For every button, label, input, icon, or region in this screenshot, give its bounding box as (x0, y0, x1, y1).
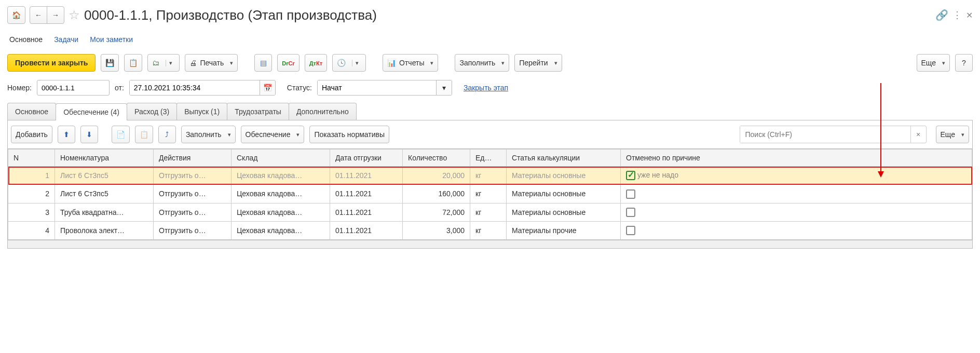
doc-structure-button[interactable]: ▤ (254, 54, 272, 72)
favorite-star-icon[interactable]: ☆ (69, 8, 80, 22)
sub-supply-dropdown[interactable]: Обеспечение (241, 126, 305, 143)
close-stage-link[interactable]: Закрыть этап (464, 84, 508, 92)
th-unit[interactable]: Ед… (470, 150, 507, 167)
calendar-button[interactable]: 📅 (260, 80, 275, 95)
table-row[interactable]: 4Проволока элект…Отгрузить о…Цеховая кла… (8, 221, 972, 239)
post-and-close-button[interactable]: Провести и закрыть (7, 54, 96, 72)
checkbox-icon[interactable] (626, 226, 635, 235)
cell-actions: Отгрузить о… (154, 167, 232, 185)
table-row[interactable]: 2Лист 6 Ст3пс5Отгрузить о…Цеховая кладов… (8, 185, 972, 203)
tab-output[interactable]: Выпуск (1) (176, 103, 227, 120)
search-clear-button[interactable]: × (910, 126, 926, 143)
cell-unit: кг (470, 185, 507, 203)
clear-icon: × (916, 130, 920, 139)
status-select[interactable] (318, 80, 436, 95)
cell-qty: 3,000 (403, 221, 470, 239)
dtkt-button[interactable]: ДтКт (305, 54, 327, 72)
cell-unit: кг (470, 203, 507, 221)
home-icon: 🏠 (12, 11, 21, 19)
cancel-reason: уже не надо (637, 171, 678, 179)
nav-notes[interactable]: Мои заметки (90, 35, 133, 44)
cell-n: 4 (8, 221, 55, 239)
number-input[interactable] (37, 80, 110, 96)
nav-back-button[interactable]: ← (30, 6, 47, 24)
cell-cancelled[interactable] (621, 203, 972, 221)
nav-forward-button[interactable]: → (47, 6, 64, 24)
cell-cancelled[interactable] (621, 185, 972, 203)
arrow-down-icon: ⬇ (86, 130, 92, 139)
cell-nomenclature: Лист 6 Ст3пс5 (55, 185, 154, 203)
cell-n: 3 (8, 203, 55, 221)
home-button[interactable]: 🏠 (7, 6, 25, 24)
post-button[interactable]: 📋 (124, 54, 142, 72)
cell-cancelled[interactable] (621, 221, 972, 239)
number-label: Номер: (7, 84, 32, 92)
show-norms-button[interactable]: Показать нормативы (309, 126, 389, 143)
th-qty[interactable]: Количество (403, 150, 470, 167)
move-down-button[interactable]: ⬇ (80, 126, 98, 143)
reports-icon: 📊 (387, 59, 396, 67)
save-button[interactable]: 💾 (101, 54, 119, 72)
calendar-icon: 📅 (263, 84, 272, 92)
nav-main[interactable]: Основное (9, 35, 43, 44)
th-cancelled[interactable]: Отменено по причине (621, 150, 972, 167)
reports-dropdown[interactable]: 📊Отчеты (383, 54, 438, 72)
cell-nomenclature: Лист 6 Ст3пс5 (55, 167, 154, 185)
fill-dropdown[interactable]: Заполнить (455, 54, 509, 72)
th-n[interactable]: N (8, 150, 55, 167)
kebab-icon: ⋮ (952, 10, 962, 20)
dtkt-icon: ДтКт (309, 59, 322, 67)
th-article[interactable]: Статья калькуляции (507, 150, 621, 167)
tab-additional[interactable]: Дополнительно (289, 103, 357, 120)
sub-fill-dropdown[interactable]: Заполнить (181, 126, 236, 143)
th-warehouse[interactable]: Склад (232, 150, 330, 167)
th-ship-date[interactable]: Дата отгрузки (330, 150, 403, 167)
cell-article: Материалы прочие (507, 221, 621, 239)
checkbox-icon[interactable] (626, 171, 635, 180)
cell-n: 2 (8, 185, 55, 203)
table-header-row: N Номенклатура Действия Склад Дата отгру… (8, 150, 972, 167)
date-input[interactable] (130, 80, 260, 95)
cell-cancelled[interactable]: уже не надо (621, 167, 972, 185)
basis-dropdown[interactable]: 🗂▾ (147, 54, 180, 72)
table-row[interactable]: 3Труба квадратна…Отгрузить о…Цеховая кла… (8, 203, 972, 221)
more-dropdown[interactable]: Еще (917, 54, 950, 72)
table-row[interactable]: 1Лист 6 Ст3пс5Отгрузить о…Цеховая кладов… (8, 167, 972, 185)
link-icon-button[interactable]: 🔗 (935, 9, 948, 21)
tab-expense[interactable]: Расход (3) (127, 103, 177, 120)
search-input[interactable] (740, 126, 910, 143)
move-up-button[interactable]: ⬆ (58, 126, 75, 143)
goto-dropdown[interactable]: Перейти (514, 54, 562, 72)
paste-button[interactable]: 📋 (135, 126, 153, 143)
cell-article: Материалы основные (507, 203, 621, 221)
tab-main[interactable]: Основное (7, 103, 56, 120)
time-dropdown[interactable]: 🕓▾ (332, 54, 366, 72)
cell-n: 1 (8, 167, 55, 185)
cell-actions: Отгрузить о… (154, 221, 232, 239)
cell-warehouse: Цеховая кладова… (232, 185, 330, 203)
add-row-button[interactable]: Добавить (11, 126, 52, 143)
status-dropdown-button[interactable]: ▾ (436, 80, 452, 95)
tab-supply[interactable]: Обеспечение (4) (56, 103, 127, 120)
print-dropdown[interactable]: 🖨Печать (185, 54, 238, 72)
nav-tasks[interactable]: Задачи (54, 35, 78, 44)
status-label: Статус: (287, 84, 312, 92)
cell-actions: Отгрузить о… (154, 185, 232, 203)
th-nomenclature[interactable]: Номенклатура (55, 150, 154, 167)
checkbox-icon[interactable] (626, 189, 635, 199)
checkbox-icon[interactable] (626, 208, 635, 217)
drcr-button[interactable]: DrCr (277, 54, 299, 72)
cell-date: 01.11.2021 (330, 221, 403, 239)
chevron-down-icon: ▾ (442, 84, 446, 92)
th-actions[interactable]: Действия (154, 150, 232, 167)
copy-button[interactable]: 📄 (112, 126, 130, 143)
kebab-menu-button[interactable]: ⋮ (952, 9, 962, 21)
cell-actions: Отгрузить о… (154, 203, 232, 221)
help-button[interactable]: ? (955, 54, 973, 72)
close-button[interactable]: ✕ (966, 10, 973, 20)
horizontal-scrollbar[interactable] (7, 240, 973, 249)
sub-more-dropdown[interactable]: Еще (936, 126, 970, 143)
share-button[interactable]: ⤴ (158, 126, 176, 143)
tab-labor[interactable]: Трудозатраты (227, 103, 289, 120)
cell-date: 01.11.2021 (330, 203, 403, 221)
